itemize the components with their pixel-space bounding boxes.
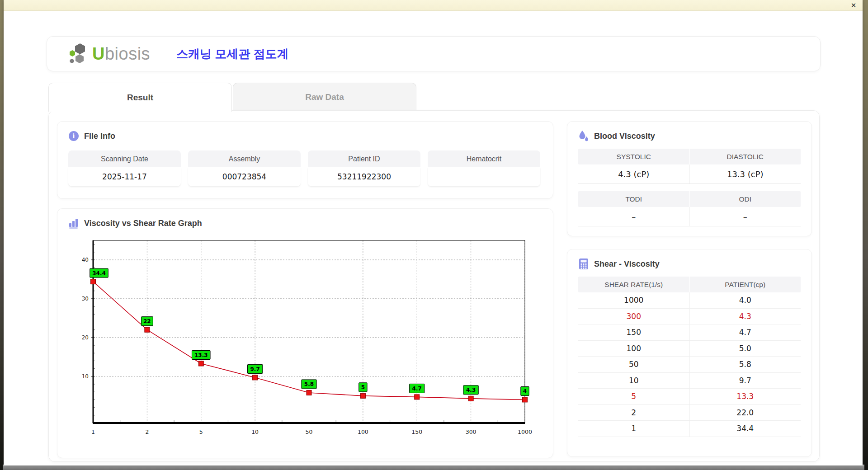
file-info-field-label: Hematocrit — [428, 150, 540, 167]
blood-viscosity-title: Blood Viscosity — [594, 132, 655, 141]
logo-wordmark: Ubiosis — [92, 44, 150, 64]
blood-viscosity-header-row: SYSTOLICDIASTOLIC — [578, 149, 801, 164]
svg-text:34.4: 34.4 — [92, 270, 106, 277]
svg-text:5.8: 5.8 — [304, 381, 314, 387]
shear-table-row: 3004.3 — [578, 309, 801, 325]
file-info-field-value: 53211922300 — [308, 167, 420, 186]
graph-title: Viscosity vs Shear Rate Graph — [84, 219, 202, 228]
shear-rate-cell: 10 — [578, 373, 690, 389]
svg-text:4.7: 4.7 — [412, 385, 422, 392]
logo-word-rest: biosis — [105, 44, 150, 63]
file-info-panel: i File Info Scanning Date2025-11-17Assem… — [57, 121, 553, 199]
shear-table-header: SHEAR RATE(1/s) PATIENT(cp) — [578, 277, 801, 292]
svg-text:300: 300 — [466, 428, 476, 435]
blood-viscosity-value-cell: 4.3 (cP) — [578, 164, 690, 183]
svg-text:50: 50 — [306, 428, 313, 435]
app-window: ✕ Ubiosis 스캐닝 모세관 점도계 Result Raw Data i … — [4, 0, 863, 465]
logo-letter-u: U — [92, 44, 105, 63]
shear-table-row: 134.4 — [578, 421, 801, 437]
svg-text:9.7: 9.7 — [250, 366, 259, 372]
graph-panel: Viscosity vs Shear Rate Graph 1020304012… — [57, 208, 553, 458]
shear-table-row: 222.0 — [578, 405, 801, 421]
svg-text:22: 22 — [143, 318, 151, 324]
info-icon: i — [68, 131, 79, 141]
blood-viscosity-groups: SYSTOLICDIASTOLIC4.3 (cP)13.3 (cP)TODIOD… — [578, 149, 801, 226]
file-info-field-label: Scanning Date — [68, 150, 181, 167]
shear-rate-cell: 150 — [578, 324, 690, 340]
blood-viscosity-value-row: –– — [578, 207, 801, 226]
svg-text:1: 1 — [91, 428, 95, 435]
shear-rate-cell: 1 — [578, 421, 690, 437]
blood-viscosity-header-cell: TODI — [578, 191, 690, 207]
svg-text:5: 5 — [361, 384, 365, 390]
tab-result[interactable]: Result — [48, 83, 232, 112]
shear-table-row: 505.8 — [578, 357, 801, 373]
patient-cp-cell: 22.0 — [690, 405, 801, 421]
shear-table-row: 1005.0 — [578, 341, 801, 357]
file-info-title: File Info — [84, 132, 115, 141]
shear-rate-cell: 100 — [578, 341, 690, 357]
patient-cp-cell: 13.3 — [690, 389, 801, 404]
shear-table-row: 109.7 — [578, 373, 801, 389]
shear-rate-cell: 5 — [578, 389, 690, 404]
titlebar: ✕ — [4, 0, 863, 11]
file-info-field-value: 000723854 — [188, 167, 301, 186]
patient-cp-cell: 9.7 — [690, 373, 801, 389]
header-card: Ubiosis 스캐닝 모세관 점도계 — [47, 36, 821, 71]
patient-cp-cell: 4.3 — [690, 309, 801, 324]
blood-viscosity-value-cell: – — [690, 207, 801, 226]
patient-cp-cell: 5.8 — [690, 357, 801, 372]
bar-chart-icon — [68, 218, 79, 229]
patient-cp-cell: 4.7 — [690, 324, 801, 340]
file-info-field-label: Patient ID — [308, 150, 420, 167]
shear-viscosity-panel: Shear - Viscosity SHEAR RATE(1/s) PATIEN… — [567, 249, 812, 457]
patient-cp-cell: 34.4 — [690, 421, 801, 437]
svg-text:20: 20 — [82, 334, 89, 341]
blood-viscosity-panel: Blood Viscosity SYSTOLICDIASTOLIC4.3 (cP… — [567, 121, 812, 236]
shear-table: SHEAR RATE(1/s) PATIENT(cp) 10004.03004.… — [578, 277, 801, 437]
content-card: i File Info Scanning Date2025-11-17Assem… — [48, 110, 820, 462]
patient-cp-cell: 5.0 — [690, 341, 801, 357]
svg-text:2: 2 — [145, 428, 149, 435]
patient-cp-cell: 4.0 — [690, 292, 801, 308]
svg-text:1000: 1000 — [518, 428, 532, 435]
file-info-field-label: Assembly — [188, 150, 301, 167]
svg-text:40: 40 — [82, 257, 89, 263]
svg-text:10: 10 — [251, 428, 259, 435]
close-icon[interactable]: ✕ — [849, 1, 858, 10]
shear-table-row: 10004.0 — [578, 292, 801, 309]
file-info-field: Assembly000723854 — [188, 150, 301, 186]
blood-viscosity-header-cell: DIASTOLIC — [690, 149, 801, 164]
shear-rate-cell: 50 — [578, 357, 690, 372]
blood-viscosity-value-cell: – — [578, 207, 690, 226]
droplets-icon — [578, 131, 589, 141]
blood-viscosity-header-cell: ODI — [690, 191, 801, 207]
svg-text:5: 5 — [199, 428, 203, 435]
shear-rate-cell: 1000 — [578, 292, 690, 308]
tab-raw-data[interactable]: Raw Data — [233, 83, 416, 111]
file-info-field: Patient ID53211922300 — [308, 150, 420, 186]
shear-viscosity-title: Shear - Viscosity — [594, 259, 660, 269]
svg-text:4.3: 4.3 — [466, 387, 476, 393]
svg-text:150: 150 — [411, 428, 422, 435]
patient-col-header: PATIENT(cp) — [690, 277, 801, 292]
viscosity-chart: 102030401251050100150300100034.42213.39.… — [68, 236, 543, 449]
svg-text:13.3: 13.3 — [194, 352, 208, 358]
file-info-field-value — [428, 167, 540, 186]
blood-viscosity-header-row: TODIODI — [578, 191, 801, 207]
blood-viscosity-header-cell: SYSTOLIC — [578, 149, 690, 164]
shear-rate-cell: 300 — [578, 309, 690, 324]
app-title: 스캐닝 모세관 점도계 — [176, 46, 288, 62]
svg-text:100: 100 — [358, 428, 368, 435]
file-info-field: Scanning Date2025-11-17 — [68, 150, 181, 186]
file-info-field: Hematocrit — [428, 150, 540, 186]
shear-table-row: 513.3 — [578, 389, 801, 405]
blood-viscosity-value-row: 4.3 (cP)13.3 (cP) — [578, 164, 801, 184]
svg-text:10: 10 — [82, 373, 89, 380]
shear-table-body: 10004.03004.31504.71005.0505.8109.7513.3… — [578, 292, 801, 437]
calculator-icon — [578, 258, 589, 269]
shear-rate-cell: 2 — [578, 405, 690, 421]
svg-text:4: 4 — [523, 388, 527, 395]
file-info-field-value: 2025-11-17 — [68, 167, 181, 186]
shear-col-header: SHEAR RATE(1/s) — [578, 277, 690, 292]
